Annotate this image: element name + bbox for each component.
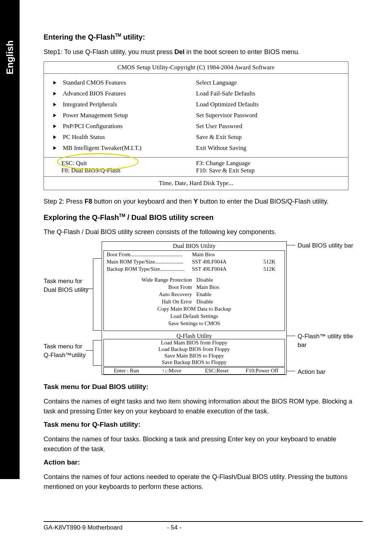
key-y: Y — [193, 198, 198, 205]
menu-item[interactable]: PnP/PCI Configurations — [51, 121, 196, 132]
setting-key: Auto Recovery — [107, 291, 192, 298]
key-del: Del — [174, 48, 184, 56]
label: Main ROM Type/Size..................... — [107, 258, 192, 265]
menu-item[interactable]: MB Intelligent Tweaker(M.I.T.) — [51, 143, 196, 154]
heading-action-bar: Action bar: — [44, 458, 363, 466]
label-qflash-title-bar: Q-Flash™ utility title bar — [298, 332, 353, 349]
action-move: ↑↓:Move — [149, 368, 195, 374]
language-tab: English — [0, 28, 20, 86]
connector — [93, 258, 93, 330]
setting-key: Wide Range Protection — [107, 276, 192, 283]
setting-key: Boot From — [107, 283, 192, 291]
menu-item[interactable]: Select Language — [196, 77, 341, 88]
menu-item[interactable]: Load Fail-Safe Defaults — [196, 88, 341, 99]
text: PC Health Status — [63, 132, 105, 143]
heading-text: utility: — [121, 33, 145, 41]
cmos-title: CMOS Setup Utility-Copyright (C) 1984-20… — [44, 62, 348, 74]
task-item[interactable]: Save Settings to CMOS — [104, 320, 285, 327]
footer-page-number: - 54 - — [167, 524, 181, 531]
text: Power Management Setup — [63, 110, 128, 121]
heading-task-qflash: Task menu for Q-Flash utility: — [44, 421, 363, 429]
dual-bios-diagram: Task menu for Dual BIOS utility Task men… — [44, 241, 363, 376]
task-item[interactable]: Load Backup BIOS from Floppy — [104, 346, 285, 352]
heading-exploring: Exploring the Q-FlashTM / Dual BIOS util… — [44, 213, 363, 222]
menu-item[interactable]: Set Supervisor Password — [196, 110, 341, 121]
connector — [93, 340, 93, 365]
step1-text: Step1: To use Q-Flash utility, you must … — [44, 47, 363, 57]
text: Q-Flash™utility — [44, 351, 98, 360]
value: SST 49LF004A — [192, 265, 246, 273]
action-enter: Enter : Run — [104, 368, 149, 374]
text: Exit Without Saving — [196, 143, 246, 154]
qflash-task-box: Load Main BIOS from Floppy Load Backup B… — [103, 339, 285, 367]
value: 512K — [246, 258, 275, 265]
triangle-icon — [53, 114, 56, 117]
value: Main Bios — [192, 251, 246, 258]
menu-item[interactable]: Exit Without Saving — [196, 143, 341, 154]
cmos-body: Standard CMOS Features Advanced BIOS Fea… — [44, 74, 348, 157]
action-f10: F10:Power Off — [240, 368, 285, 374]
triangle-icon — [53, 103, 56, 106]
para-action-bar: Contains the names of four actions neede… — [44, 472, 363, 492]
menu-item[interactable]: PC Health Status — [51, 132, 196, 143]
triangle-icon — [53, 81, 56, 85]
text: Advanced BIOS Features — [63, 88, 126, 99]
text: bar — [298, 341, 353, 349]
text: MB Intelligent Tweaker(M.I.T.) — [63, 143, 142, 154]
setting-value: Disable — [196, 298, 213, 305]
page: English Entering the Q-FlashTM utility: … — [0, 0, 392, 556]
para-task-qflash: Contains the names of four tasks. Blocki… — [44, 434, 363, 454]
task-item[interactable]: Save Main BIOS to Floppy — [104, 352, 285, 359]
triangle-icon — [53, 92, 56, 95]
heading-text: / Dual BIOS utility screen — [125, 213, 213, 221]
label-dual-bios-bar: Dual BIOS utility bar — [298, 241, 353, 250]
para-task-dual: Contains the names of eight tasks and tw… — [44, 397, 363, 416]
heading-entering-qflash: Entering the Q-FlashTM utility: — [44, 33, 363, 41]
menu-item[interactable]: Integrated Peripherals — [51, 99, 196, 110]
content-area: Entering the Q-FlashTM utility: Step1: T… — [44, 33, 363, 496]
menu-item[interactable]: Advanced BIOS Features — [51, 88, 196, 99]
text: Step 2: Press — [44, 198, 85, 205]
text: in the boot screen to enter BIOS menu. — [185, 48, 300, 56]
text: PnP/PCI Configurations — [63, 121, 123, 132]
menu-item[interactable]: Save & Exit Setup — [196, 132, 341, 143]
label-task-qflash: Task menu for Q-Flash™utility — [44, 342, 98, 360]
text: button on your keyboard and then — [92, 198, 193, 205]
task-item[interactable]: Load Main BIOS from Floppy — [104, 339, 285, 346]
label-task-dual-bios: Task menu for Dual BIOS utility — [44, 277, 91, 294]
exploring-desc: The Q-Flash / Dual BIOS utility screen c… — [44, 227, 363, 237]
cmos-footer-keys: ESC: Quit F8: Dual BIOS/Q-Flash F3: Chan… — [44, 157, 348, 176]
text: Standard CMOS Features — [63, 77, 126, 88]
label: Backup ROM Type/Size.................. — [107, 265, 192, 273]
footer-product: GA-K8VT890-9 Motherboard — [44, 524, 167, 531]
tm-symbol: TM — [119, 213, 125, 218]
task-item[interactable]: Load Default Settings — [104, 312, 285, 320]
menu-item[interactable]: Power Management Setup — [51, 110, 196, 121]
task-item[interactable]: Save Backup BIOS to Floppy — [104, 359, 285, 365]
menu-item[interactable]: Standard CMOS Features — [51, 77, 196, 88]
text: Set User Password — [196, 121, 242, 132]
text: Set Supervisor Password — [196, 110, 257, 121]
cmos-setup-box: CMOS Setup Utility-Copyright (C) 1984-20… — [44, 61, 348, 190]
value: 512K — [246, 265, 275, 273]
triangle-icon — [53, 124, 56, 128]
text: Task menu for — [44, 342, 98, 351]
triangle-icon — [53, 146, 56, 150]
key-hint: F3: Change Language — [196, 160, 341, 167]
heading-text: Entering the Q-Flash — [44, 33, 115, 41]
key-hint: F8: Dual BIOS/Q-Flash — [61, 167, 196, 174]
cmos-left-column: Standard CMOS Features Advanced BIOS Fea… — [51, 77, 196, 154]
text: Save & Exit Setup — [196, 132, 242, 143]
menu-item[interactable]: Set User Password — [196, 121, 341, 132]
text: Load Fail-Safe Defaults — [196, 88, 255, 99]
connector — [86, 289, 93, 289]
page-footer: GA-K8VT890-9 Motherboard - 54 - — [44, 521, 363, 531]
text: Q-Flash™ utility title — [298, 332, 353, 341]
menu-item[interactable]: Load Optimized Defaults — [196, 99, 341, 110]
label: Boot From...............................… — [107, 251, 192, 258]
setting-value: Main Bios — [196, 283, 219, 291]
connector — [86, 350, 93, 351]
triangle-icon — [53, 135, 56, 139]
text: Load Optimized Defaults — [196, 99, 259, 110]
task-item[interactable]: Copy Main ROM Data to Backup — [104, 305, 285, 312]
